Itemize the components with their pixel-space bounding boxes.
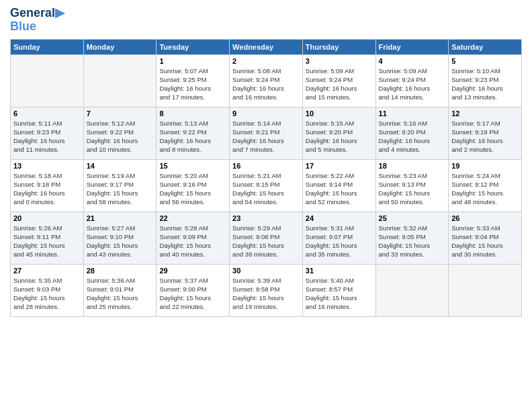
page: General▶ Blue SundayMondayTuesdayWednesd… (0, 0, 532, 411)
calendar-cell: 4Sunrise: 5:09 AMSunset: 9:24 PMDaylight… (375, 54, 449, 107)
day-number: 12 (451, 109, 519, 118)
day-number: 9 (232, 109, 300, 118)
weekday-thursday: Thursday (302, 39, 375, 54)
calendar-cell: 25Sunrise: 5:32 AMSunset: 9:05 PMDayligh… (375, 212, 449, 264)
calendar-cell: 7Sunrise: 5:12 AMSunset: 9:22 PMDaylight… (83, 107, 157, 159)
calendar-cell: 5Sunrise: 5:10 AMSunset: 9:23 PMDaylight… (449, 54, 522, 107)
day-number: 6 (13, 109, 81, 118)
day-number: 15 (159, 162, 226, 170)
day-number: 31 (306, 267, 373, 275)
day-info: Sunrise: 5:26 AMSunset: 9:11 PMDaylight:… (13, 224, 81, 259)
day-number: 2 (232, 57, 300, 65)
day-info: Sunrise: 5:24 AMSunset: 9:12 PMDaylight:… (451, 171, 519, 207)
day-info: Sunrise: 5:20 AMSunset: 9:16 PMDaylight:… (159, 171, 226, 207)
day-info: Sunrise: 5:14 AMSunset: 9:21 PMDaylight:… (232, 119, 300, 154)
day-info: Sunrise: 5:22 AMSunset: 9:14 PMDaylight:… (306, 171, 373, 207)
day-info: Sunrise: 5:27 AMSunset: 9:10 PMDaylight:… (87, 224, 154, 259)
day-number: 20 (13, 214, 81, 222)
day-info: Sunrise: 5:09 AMSunset: 9:24 PMDaylight:… (306, 66, 373, 102)
day-info: Sunrise: 5:39 AMSunset: 8:58 PMDaylight:… (232, 276, 300, 312)
calendar-cell: 9Sunrise: 5:14 AMSunset: 9:21 PMDaylight… (230, 107, 303, 159)
day-number: 7 (87, 109, 154, 118)
calendar-cell: 12Sunrise: 5:17 AMSunset: 9:19 PMDayligh… (449, 107, 522, 159)
weekday-header-row: SundayMondayTuesdayWednesdayThursdayFrid… (11, 39, 522, 54)
day-info: Sunrise: 5:16 AMSunset: 9:20 PMDaylight:… (379, 119, 446, 154)
weekday-sunday: Sunday (11, 39, 84, 54)
calendar-cell: 13Sunrise: 5:18 AMSunset: 9:18 PMDayligh… (11, 159, 84, 212)
week-row-2: 13Sunrise: 5:18 AMSunset: 9:18 PMDayligh… (11, 159, 522, 212)
calendar-cell: 26Sunrise: 5:33 AMSunset: 9:04 PMDayligh… (449, 212, 522, 264)
calendar-cell: 16Sunrise: 5:21 AMSunset: 9:15 PMDayligh… (230, 159, 303, 212)
day-number: 26 (451, 214, 519, 222)
day-info: Sunrise: 5:40 AMSunset: 8:57 PMDaylight:… (306, 276, 373, 312)
day-number: 30 (232, 267, 300, 275)
calendar-cell: 10Sunrise: 5:15 AMSunset: 9:20 PMDayligh… (302, 107, 375, 159)
weekday-friday: Friday (375, 39, 449, 54)
calendar-cell (83, 54, 157, 107)
header: General▶ Blue (10, 7, 522, 34)
calendar-cell: 15Sunrise: 5:20 AMSunset: 9:16 PMDayligh… (157, 159, 230, 212)
week-row-1: 6Sunrise: 5:11 AMSunset: 9:23 PMDaylight… (11, 107, 522, 159)
calendar-cell: 27Sunrise: 5:35 AMSunset: 9:03 PMDayligh… (11, 264, 84, 316)
calendar-cell: 28Sunrise: 5:36 AMSunset: 9:01 PMDayligh… (83, 264, 157, 316)
calendar-cell: 20Sunrise: 5:26 AMSunset: 9:11 PMDayligh… (11, 212, 84, 264)
day-number: 25 (379, 214, 446, 222)
day-info: Sunrise: 5:11 AMSunset: 9:23 PMDaylight:… (13, 119, 81, 154)
day-info: Sunrise: 5:09 AMSunset: 9:24 PMDaylight:… (379, 66, 446, 102)
week-row-4: 27Sunrise: 5:35 AMSunset: 9:03 PMDayligh… (11, 264, 522, 316)
calendar: SundayMondayTuesdayWednesdayThursdayFrid… (10, 39, 522, 317)
day-number: 1 (159, 57, 226, 65)
day-number: 27 (13, 267, 81, 275)
calendar-cell: 31Sunrise: 5:40 AMSunset: 8:57 PMDayligh… (302, 264, 375, 316)
day-number: 16 (232, 162, 300, 170)
day-number: 5 (451, 57, 519, 65)
day-number: 21 (87, 214, 154, 222)
day-info: Sunrise: 5:32 AMSunset: 9:05 PMDaylight:… (379, 224, 446, 259)
calendar-cell: 22Sunrise: 5:28 AMSunset: 9:09 PMDayligh… (157, 212, 230, 264)
day-info: Sunrise: 5:36 AMSunset: 9:01 PMDaylight:… (87, 276, 154, 312)
calendar-cell: 1Sunrise: 5:07 AMSunset: 9:25 PMDaylight… (157, 54, 230, 107)
calendar-cell (11, 54, 84, 107)
logo: General▶ Blue (10, 7, 64, 34)
calendar-cell: 30Sunrise: 5:39 AMSunset: 8:58 PMDayligh… (230, 264, 303, 316)
day-info: Sunrise: 5:17 AMSunset: 9:19 PMDaylight:… (451, 119, 519, 154)
day-number: 13 (13, 162, 81, 170)
calendar-cell: 8Sunrise: 5:13 AMSunset: 9:22 PMDaylight… (157, 107, 230, 159)
logo-blue: Blue (10, 20, 64, 34)
day-number: 19 (451, 162, 519, 170)
calendar-cell: 29Sunrise: 5:37 AMSunset: 9:00 PMDayligh… (157, 264, 230, 316)
calendar-cell: 11Sunrise: 5:16 AMSunset: 9:20 PMDayligh… (375, 107, 449, 159)
day-info: Sunrise: 5:21 AMSunset: 9:15 PMDaylight:… (232, 171, 300, 207)
day-info: Sunrise: 5:33 AMSunset: 9:04 PMDaylight:… (451, 224, 519, 259)
week-row-0: 1Sunrise: 5:07 AMSunset: 9:25 PMDaylight… (11, 54, 522, 107)
day-number: 22 (159, 214, 226, 222)
day-info: Sunrise: 5:18 AMSunset: 9:18 PMDaylight:… (13, 171, 81, 207)
day-info: Sunrise: 5:19 AMSunset: 9:17 PMDaylight:… (87, 171, 154, 207)
day-info: Sunrise: 5:37 AMSunset: 9:00 PMDaylight:… (159, 276, 226, 312)
day-number: 24 (306, 214, 373, 222)
day-number: 14 (87, 162, 154, 170)
weekday-saturday: Saturday (449, 39, 522, 54)
calendar-cell: 18Sunrise: 5:23 AMSunset: 9:13 PMDayligh… (375, 159, 449, 212)
calendar-cell (449, 264, 522, 316)
calendar-cell (375, 264, 449, 316)
day-info: Sunrise: 5:28 AMSunset: 9:09 PMDaylight:… (159, 224, 226, 259)
day-number: 3 (306, 57, 373, 65)
calendar-cell: 19Sunrise: 5:24 AMSunset: 9:12 PMDayligh… (449, 159, 522, 212)
calendar-cell: 17Sunrise: 5:22 AMSunset: 9:14 PMDayligh… (302, 159, 375, 212)
day-number: 11 (379, 109, 446, 118)
day-info: Sunrise: 5:35 AMSunset: 9:03 PMDaylight:… (13, 276, 81, 312)
calendar-cell: 14Sunrise: 5:19 AMSunset: 9:17 PMDayligh… (83, 159, 157, 212)
calendar-cell: 6Sunrise: 5:11 AMSunset: 9:23 PMDaylight… (11, 107, 84, 159)
day-info: Sunrise: 5:13 AMSunset: 9:22 PMDaylight:… (159, 119, 226, 154)
day-info: Sunrise: 5:15 AMSunset: 9:20 PMDaylight:… (306, 119, 373, 154)
week-row-3: 20Sunrise: 5:26 AMSunset: 9:11 PMDayligh… (11, 212, 522, 264)
day-number: 23 (232, 214, 300, 222)
logo-text: General▶ (10, 7, 64, 20)
day-info: Sunrise: 5:23 AMSunset: 9:13 PMDaylight:… (379, 171, 446, 207)
day-number: 8 (159, 109, 226, 118)
weekday-wednesday: Wednesday (230, 39, 303, 54)
day-number: 28 (87, 267, 154, 275)
weekday-monday: Monday (83, 39, 157, 54)
weekday-tuesday: Tuesday (157, 39, 230, 54)
